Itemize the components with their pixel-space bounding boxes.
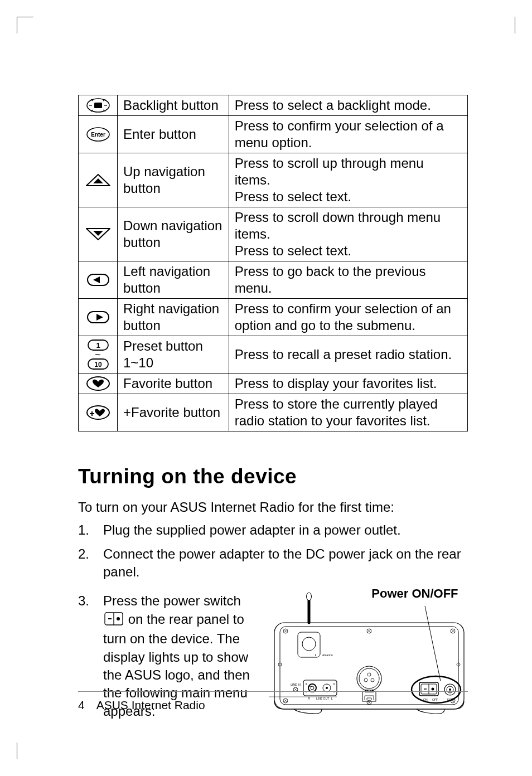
svg-point-69 <box>449 688 451 691</box>
down-nav-icon <box>84 226 112 243</box>
svg-point-54 <box>357 666 381 691</box>
control-name: Backlight button <box>118 95 229 116</box>
list-item: Connect the power adapter to the DC powe… <box>78 545 468 581</box>
control-desc: Press to store the currently played radi… <box>229 394 467 431</box>
svg-point-55 <box>359 668 379 688</box>
svg-point-56 <box>367 673 371 676</box>
svg-point-58 <box>371 678 374 682</box>
page-footer: 4 ASUS Internet Radio <box>78 691 468 712</box>
favorite-icon <box>85 376 111 391</box>
svg-point-48 <box>326 687 328 689</box>
table-row: Up navigation button Press to scroll up … <box>79 153 468 207</box>
control-name: Left navigation button <box>118 261 229 299</box>
table-row: Left navigation button Press to go back … <box>79 261 468 299</box>
svg-text:Enter: Enter <box>91 132 105 138</box>
table-row: Enter Enter button Press to confirm your… <box>79 116 468 153</box>
enter-icon: Enter <box>85 127 111 142</box>
svg-point-45 <box>311 686 314 690</box>
table-row: 1 ~ 10 Preset button 1~10 Press to recal… <box>79 336 468 374</box>
control-name: Enter button <box>118 116 229 153</box>
svg-point-57 <box>364 678 367 682</box>
control-name: Favorite button <box>118 374 229 394</box>
backlight-icon <box>85 98 111 113</box>
control-desc: Press to scroll up through menu items.Pr… <box>229 153 467 207</box>
svg-rect-39 <box>298 632 320 657</box>
svg-point-46 <box>309 686 311 687</box>
control-desc: Press to scroll down through menu items.… <box>229 207 467 261</box>
control-name: Preset button 1~10 <box>118 336 229 374</box>
svg-point-49 <box>333 683 335 685</box>
control-desc: Press to confirm your selection of an op… <box>229 299 467 336</box>
page-number: 4 <box>78 699 94 712</box>
footer-title: ASUS Internet Radio <box>96 699 205 711</box>
right-nav-icon <box>85 309 111 325</box>
svg-point-25 <box>117 617 120 620</box>
svg-text:10: 10 <box>94 361 102 368</box>
control-desc: Press to recall a preset radio station. <box>229 336 467 374</box>
svg-line-26 <box>425 606 441 681</box>
crop-mark-bl <box>17 743 33 759</box>
left-nav-icon <box>85 272 111 288</box>
svg-point-66 <box>431 688 434 691</box>
list-item: Plug the supplied power adapter in a pow… <box>78 521 468 539</box>
intro-text: To turn on your ASUS Internet Radio for … <box>78 498 468 516</box>
table-row: Right navigation button Press to confirm… <box>79 299 468 336</box>
preset-tilde: ~ <box>80 352 116 358</box>
power-switch-inline-icon <box>104 612 123 630</box>
control-name: Down navigation button <box>118 207 229 261</box>
control-desc: Press to display your favorites list. <box>229 374 467 394</box>
svg-point-40 <box>302 637 316 651</box>
power-onoff-label: Power ON/OFF <box>371 586 458 601</box>
svg-rect-1 <box>94 103 102 108</box>
step3-pre: Press the power switch <box>103 593 241 608</box>
preset-10-icon: 10 <box>87 358 109 370</box>
control-desc: Press to confirm your selection of a men… <box>229 116 467 153</box>
controls-table: Backlight button Press to select a backl… <box>78 95 468 431</box>
svg-point-28 <box>306 593 311 600</box>
control-name: Right navigation button <box>118 299 229 336</box>
control-name: Up navigation button <box>118 153 229 207</box>
svg-point-41 <box>315 654 316 656</box>
table-row: +Favorite button Press to store the curr… <box>79 394 468 431</box>
add-favorite-icon <box>85 405 111 420</box>
section-heading: Turning on the device <box>78 465 468 488</box>
up-nav-icon <box>84 172 112 188</box>
table-row: Favorite button Press to display your fa… <box>79 374 468 394</box>
steps-list: Plug the supplied power adapter in a pow… <box>78 521 468 581</box>
table-row: Backlight button Press to select a backl… <box>79 95 468 116</box>
svg-point-51 <box>306 683 307 685</box>
page-content: Backlight button Press to select a backl… <box>78 95 468 720</box>
antenna-label: Antenna <box>322 653 333 657</box>
crop-mark-tl <box>17 17 33 33</box>
table-row: Down navigation button Press to scroll d… <box>79 207 468 261</box>
control-name: +Favorite button <box>118 394 229 431</box>
crop-mark-tr <box>499 17 515 33</box>
svg-text:1: 1 <box>96 341 100 350</box>
control-desc: Press to go back to the previous menu. <box>229 261 467 299</box>
line-in-label: LINE IN <box>291 683 301 686</box>
control-desc: Press to select a backlight mode. <box>229 95 467 116</box>
